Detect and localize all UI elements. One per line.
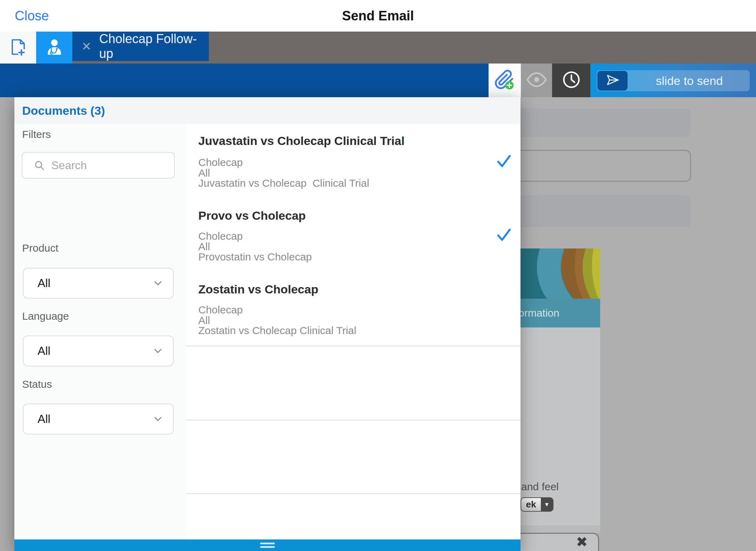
list-separator <box>186 493 520 494</box>
template-body: and feel ek ▼ <box>520 327 600 525</box>
modal-header: Send Email Close <box>0 0 756 32</box>
document-meta: CholecapAllJuvastatin vs Cholecap Clinic… <box>198 157 369 188</box>
selected-check-icon <box>496 154 512 168</box>
add-attachment-button[interactable] <box>489 64 521 97</box>
remove-attachment-icon: ✖ <box>576 534 588 550</box>
documents-panel: Documents (3) Filters Product All Langua… <box>14 97 520 551</box>
product-filter-label: Product <box>22 242 58 254</box>
new-email-tab-button[interactable] <box>0 32 36 64</box>
send-email-screen: Send Email Close <box>0 0 756 551</box>
product-filter-dropdown[interactable]: All <box>23 268 174 299</box>
documents-count-title: Documents (3) <box>22 104 105 118</box>
tab-cholecap-follow-up[interactable]: ✕ Cholecap Follow-up <box>72 32 209 61</box>
filters-heading: Filters <box>22 128 51 140</box>
tab-close-icon[interactable]: ✕ <box>81 39 92 53</box>
font-dropdown: ek ▼ <box>520 497 553 512</box>
status-filter-value: All <box>38 412 152 426</box>
attachment-thumbnail-box: ✖ <box>520 533 599 551</box>
dim-overlay-right: ormation and feel ek ▼ ✖ <box>520 97 756 551</box>
chevron-down-icon <box>152 345 164 357</box>
preview-eye-button[interactable] <box>521 64 552 97</box>
document-meta: CholecapAllProvostatin vs Cholecap <box>198 231 312 262</box>
close-button[interactable]: Close <box>15 0 49 32</box>
documents-panel-header: Documents (3) <box>14 97 520 124</box>
language-filter-label: Language <box>22 310 69 322</box>
status-filter-label: Status <box>22 378 52 390</box>
list-separator <box>186 346 520 346</box>
recipient-tab-button[interactable] <box>36 32 72 64</box>
page-title: Send Email <box>0 0 756 32</box>
template-hero-image <box>520 248 600 299</box>
filters-sidebar: Filters Product All Language All Status <box>14 124 186 539</box>
list-separator <box>186 420 520 420</box>
tab-label: Cholecap Follow-up <box>99 32 209 61</box>
slide-to-send-control: slide to send <box>590 64 756 97</box>
email-template-preview: ormation and feel ek ▼ ✖ <box>520 248 600 551</box>
paperclip-add-icon <box>494 69 516 92</box>
document-title: Zostatin vs Cholecap <box>198 282 318 296</box>
drag-handle-icon <box>260 546 275 548</box>
document-list: Juvastatin vs Cholecap Clinical Trial Ch… <box>186 124 520 539</box>
font-dropdown-value: ek <box>521 498 541 511</box>
chevron-down-icon <box>152 277 164 289</box>
look-and-feel-text: and feel <box>521 481 559 493</box>
dropdown-arrow-icon: ▼ <box>541 498 553 511</box>
send-plane-icon <box>605 73 620 89</box>
dimmed-field-cc <box>520 195 691 227</box>
language-filter-dropdown[interactable]: All <box>23 336 174 366</box>
panel-resize-bar[interactable] <box>14 539 520 551</box>
template-info-bar: ormation <box>520 299 600 327</box>
search-icon <box>34 160 45 171</box>
chevron-down-icon <box>152 413 164 425</box>
eye-icon <box>526 69 547 92</box>
template-bar-text: ormation <box>518 307 559 319</box>
document-title: Juvastatin vs Cholecap Clinical Trial <box>198 134 405 148</box>
status-filter-dropdown[interactable]: All <box>23 404 174 434</box>
slide-to-send-thumb[interactable] <box>597 71 628 91</box>
language-filter-value: All <box>38 344 152 358</box>
product-filter-value: All <box>38 277 152 290</box>
selected-check-icon <box>496 228 512 242</box>
search-input[interactable] <box>51 159 168 172</box>
drag-handle-icon <box>260 543 275 544</box>
dimmed-field-subject <box>520 150 691 182</box>
slide-to-send-label: slide to send <box>629 70 750 91</box>
document-title: Provo vs Cholecap <box>198 208 306 223</box>
document-search-box[interactable] <box>22 152 175 179</box>
schedule-clock-button[interactable] <box>552 64 590 97</box>
template-divider-strip <box>520 525 600 533</box>
dim-overlay-left <box>0 97 14 551</box>
clock-icon <box>561 69 582 92</box>
doctor-person-icon <box>44 35 65 60</box>
document-meta: CholecapAllZostatin vs Cholecap Clinical… <box>198 305 356 336</box>
dimmed-field-to <box>520 108 691 137</box>
email-tab-bar: ✕ Cholecap Follow-up <box>0 32 756 64</box>
new-document-icon <box>8 35 28 60</box>
email-toolbar: slide to send <box>0 64 756 97</box>
